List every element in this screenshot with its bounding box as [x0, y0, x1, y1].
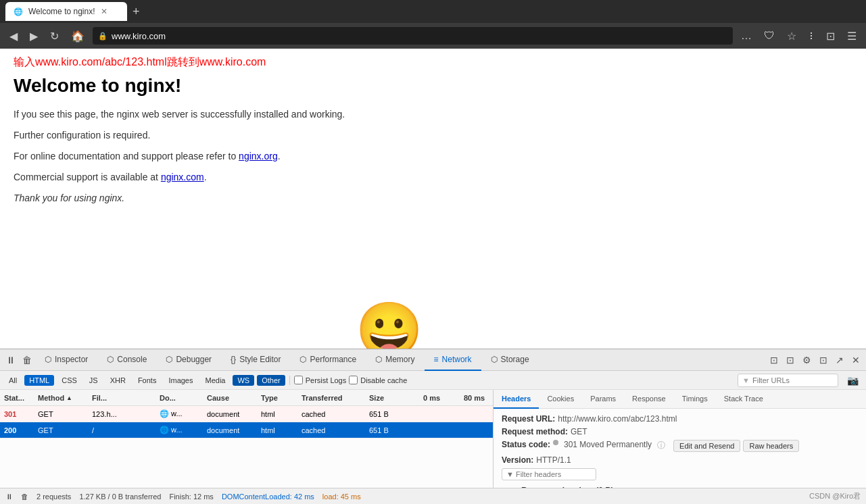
col-domain: Do... — [155, 394, 203, 402]
forward-btn[interactable]: ▶ — [26, 27, 42, 45]
statusbar-pause-icon[interactable]: ⏸ — [5, 493, 13, 501]
col-size: Size — [365, 394, 419, 402]
address-bar-container: 🔒 — [93, 27, 733, 45]
col-80ms: 80 ms — [460, 394, 493, 402]
disable-cache-checkbox[interactable] — [349, 376, 358, 384]
filter-headers-input[interactable] — [502, 468, 596, 480]
filter-fonts-btn[interactable]: Fonts — [133, 375, 162, 386]
tab-network[interactable]: ≡ Network — [425, 349, 481, 371]
tab-bar: 🌐 Welcome to nginx! ✕ + — [0, 0, 866, 23]
detail-tab-response[interactable]: Response — [624, 390, 674, 409]
new-tab-btn[interactable]: + — [130, 2, 143, 22]
table-row[interactable]: 200 GET / 🌐 w... document html cached 65… — [0, 422, 493, 438]
col-0ms: 0 ms — [419, 394, 460, 402]
filter-images-btn[interactable]: Images — [164, 375, 197, 386]
nav-bar: ◀ ▶ ↻ 🏠 🔒 … 🛡 ☆ ⫶ ⊡ ☰ — [0, 23, 866, 49]
detail-response-label: Response — [632, 395, 666, 403]
detail-tab-headers[interactable]: Headers — [494, 390, 539, 409]
address-input[interactable] — [112, 31, 727, 41]
detail-headers-label: Headers — [502, 395, 531, 403]
hamburger-btn[interactable]: ☰ — [843, 27, 861, 45]
nginx-org-link[interactable]: nginx.org — [239, 151, 278, 161]
col-cause: Cause — [203, 394, 257, 402]
devtools: ⏸ 🗑 ⬡ Inspector ⬡ Console ⬡ Debugger {} … — [0, 349, 866, 504]
disable-cache-label[interactable]: Disable cache — [349, 376, 407, 384]
row2-size: 651 B — [365, 426, 419, 434]
tab-debugger-label: Debugger — [176, 355, 212, 364]
nginx-com-link[interactable]: nginx.com — [161, 172, 204, 182]
sidebar-btn[interactable]: ⊡ — [822, 27, 839, 45]
request-method-value: GET — [571, 427, 587, 436]
shield-btn[interactable]: 🛡 — [760, 27, 779, 45]
tab-memory-label: Memory — [385, 355, 414, 364]
filter-html-btn[interactable]: HTML — [24, 375, 54, 386]
back-btn[interactable]: ◀ — [5, 27, 22, 45]
col-status: Stat... — [0, 394, 34, 402]
detail-tab-timings[interactable]: Timings — [674, 390, 716, 409]
row2-method: GET — [34, 426, 88, 434]
emoji-decoration: 😀 — [356, 299, 423, 349]
table-row[interactable]: 301 GET 123.h... 🌐 w... document html ca… — [0, 406, 493, 422]
home-btn[interactable]: 🏠 — [67, 27, 89, 45]
col-file: Fil... — [88, 394, 155, 402]
filter-css-btn[interactable]: CSS — [57, 375, 82, 386]
filter-ws-btn[interactable]: WS — [233, 375, 254, 386]
tab-style-editor-label: Style Editor — [239, 355, 281, 364]
detail-tab-stack-trace[interactable]: Stack Trace — [716, 390, 771, 409]
detail-tab-params[interactable]: Params — [582, 390, 624, 409]
tab-debugger[interactable]: ⬡ Debugger — [156, 349, 221, 371]
responsive-btn[interactable]: ⊡ — [783, 353, 798, 367]
edit-resend-btn[interactable]: Edit and Resend — [673, 440, 740, 452]
statusbar-trash-icon[interactable]: 🗑 — [21, 493, 28, 501]
col-method[interactable]: Method ▲ — [34, 394, 88, 402]
filter-other-btn[interactable]: Other — [257, 375, 285, 386]
close-devtools-btn[interactable]: ✕ — [848, 353, 863, 367]
tab-style-editor[interactable]: {} Style Editor — [221, 349, 290, 371]
persist-logs-checkbox[interactable] — [294, 376, 303, 384]
row1-size: 651 B — [365, 410, 419, 418]
raw-headers-btn[interactable]: Raw headers — [743, 440, 799, 452]
page-content: 输入www.kiro.com/abc/123.html跳转到www.kiro.c… — [0, 49, 866, 349]
filter-media-btn[interactable]: Media — [200, 375, 230, 386]
filter-xhr-btn[interactable]: XHR — [105, 375, 130, 386]
detail-stack-trace-label: Stack Trace — [724, 395, 763, 403]
settings-btn[interactable]: ⚙ — [799, 353, 815, 367]
method-sort-icon: ▲ — [66, 395, 72, 401]
bookmark-btn[interactable]: ☆ — [783, 27, 800, 45]
active-tab[interactable]: 🌐 Welcome to nginx! ✕ — [5, 2, 127, 21]
persist-logs-label[interactable]: Persist Logs — [294, 376, 347, 384]
nav-menu-btn[interactable]: … — [737, 27, 756, 45]
tab-close-btn[interactable]: ✕ — [101, 7, 107, 16]
devtools-clear-btn[interactable]: 🗑 — [19, 353, 35, 367]
filter-all-btn[interactable]: All — [4, 375, 22, 386]
status-code-label: Status code: — [502, 440, 550, 452]
performance-icon: ⬡ — [299, 355, 306, 364]
devtools-pause-btn[interactable]: ⏸ — [3, 353, 19, 367]
status-dot-icon — [553, 440, 558, 445]
status-help-icon[interactable]: ⓘ — [657, 440, 665, 452]
tab-memory[interactable]: ⬡ Memory — [366, 349, 424, 371]
network-rows: 301 GET 123.h... 🌐 w... document html ca… — [0, 406, 493, 438]
request-url-value: http://www.kiro.com/abc/123.html — [558, 414, 677, 424]
filter-urls-container: ▼ — [738, 374, 838, 387]
persist-logs-text: Persist Logs — [306, 376, 347, 384]
row2-domain: 🌐 w... — [155, 426, 203, 434]
version-row: Version: HTTP/1.1 — [502, 455, 858, 465]
tab-performance[interactable]: ⬡ Performance — [290, 349, 366, 371]
watermark: CSDN @Kiro君 — [809, 491, 861, 501]
tab-console[interactable]: ⬡ Console — [97, 349, 156, 371]
split-view-btn[interactable]: ⊡ — [767, 353, 781, 367]
filter-js-btn[interactable]: JS — [85, 375, 103, 386]
dock-btn[interactable]: ⊡ — [816, 353, 831, 367]
tab-storage[interactable]: ⬡ Storage — [481, 349, 539, 371]
row1-cause: document — [203, 410, 257, 418]
pop-out-btn[interactable]: ↗ — [832, 353, 847, 367]
tab-inspector[interactable]: ⬡ Inspector — [35, 349, 97, 371]
library-btn[interactable]: ⫶ — [804, 27, 818, 45]
request-url-row: Request URL: http://www.kiro.com/abc/123… — [502, 414, 858, 424]
detail-tab-cookies[interactable]: Cookies — [539, 390, 582, 409]
screenshot-btn[interactable]: 📷 — [844, 374, 862, 387]
page-p2: Further configuration is required. — [14, 128, 852, 143]
filter-urls-input[interactable] — [752, 376, 834, 384]
reload-btn[interactable]: ↻ — [46, 27, 63, 45]
